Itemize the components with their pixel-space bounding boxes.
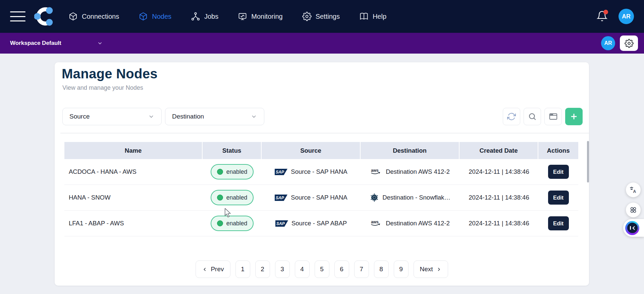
workspace-bar-right: AR	[601, 35, 638, 51]
page-button-5[interactable]: 5	[315, 261, 329, 278]
top-navigation: Connections Nodes Jobs Mo	[0, 0, 644, 33]
edit-button[interactable]: Edit	[548, 165, 569, 179]
page-button-3[interactable]: 3	[275, 261, 290, 278]
table-scrollbar[interactable]	[587, 141, 589, 182]
add-node-button[interactable]	[565, 108, 583, 125]
gear-icon	[302, 12, 312, 21]
page-button-2[interactable]: 2	[255, 261, 270, 278]
column-header-source: Source	[262, 142, 361, 159]
page-title: Manage Nodes	[62, 66, 589, 81]
aws-logo: aws	[370, 219, 382, 227]
status-badge: enabled	[211, 216, 254, 231]
notification-badge	[603, 10, 608, 14]
table-header-row: Name Status Source Destination Created D…	[64, 142, 578, 159]
workspace-avatar[interactable]: AR	[601, 36, 615, 50]
cube-icon	[139, 12, 148, 21]
filter-row: Source Destination	[62, 108, 583, 125]
chevron-down-icon	[97, 40, 103, 46]
refresh-button[interactable]	[503, 108, 520, 125]
hamburger-menu-button[interactable]	[10, 11, 25, 21]
nav-item-monitoring[interactable]: Monitoring	[238, 12, 282, 21]
prev-page-button[interactable]: Prev	[196, 261, 230, 278]
table-row: HANA - SNOW enabled SAP Source - SAP HAN…	[64, 185, 578, 211]
page-button-8[interactable]: 8	[374, 261, 389, 278]
filter-divider	[60, 133, 589, 133]
node-name: HANA - SNOW	[64, 194, 203, 201]
edit-button[interactable]: Edit	[548, 191, 569, 205]
svg-text:aws: aws	[371, 168, 379, 173]
notifications-button[interactable]	[596, 10, 608, 22]
table-row: ACDOCA - HANA - AWS enabled SAP Source -…	[64, 159, 578, 185]
destination-text: Destination AWS 412-2	[386, 220, 450, 227]
workflow-icon	[191, 12, 200, 21]
chevron-down-icon	[251, 113, 257, 120]
sap-logo: SAP	[275, 195, 287, 201]
assistant-bot-icon	[625, 221, 639, 235]
page-button-9[interactable]: 9	[394, 261, 409, 278]
page-button-6[interactable]: 6	[334, 261, 349, 278]
main-nav: Connections Nodes Jobs Mo	[68, 12, 386, 21]
window-icon	[549, 112, 558, 121]
workspace-label: Workspace Default	[10, 40, 61, 47]
status-dot-icon	[217, 195, 223, 201]
plus-icon	[569, 112, 579, 121]
nav-item-connections[interactable]: Connections	[68, 12, 119, 21]
pagination: Prev 1 2 3 4 5 6 7 8 9 Next	[55, 261, 589, 278]
user-avatar[interactable]: AR	[619, 9, 634, 24]
logo-c-icon	[34, 6, 55, 27]
table-row: LFA1 - ABAP - AWS enabled SAP Source - S…	[64, 211, 578, 236]
status-dot-icon	[217, 169, 223, 175]
svg-text:SAP: SAP	[276, 196, 284, 200]
app-logo[interactable]	[34, 6, 55, 27]
page-button-1[interactable]: 1	[235, 261, 250, 278]
refresh-icon	[507, 112, 516, 121]
status-dot-icon	[217, 220, 223, 226]
svg-text:SAP: SAP	[276, 221, 285, 226]
apps-grid-icon	[629, 206, 637, 214]
snowflake-logo	[370, 193, 379, 202]
created-date: 2024-12-11 | 14:38:46	[460, 194, 538, 201]
sap-logo: SAP	[275, 169, 287, 175]
next-page-button[interactable]: Next	[414, 261, 448, 278]
created-date: 2024-12-11 | 14:38:46	[460, 168, 538, 175]
workspace-bar: Workspace Default AR	[0, 33, 644, 54]
destination-filter-dropdown[interactable]: Destination	[165, 108, 264, 125]
nav-item-jobs[interactable]: Jobs	[191, 12, 218, 21]
chevron-down-icon	[148, 113, 155, 120]
source-filter-dropdown[interactable]: Source	[62, 108, 162, 125]
column-header-actions: Actions	[538, 142, 578, 159]
status-text: enabled	[226, 168, 247, 175]
source-filter-label: Source	[69, 113, 90, 120]
status-badge: enabled	[211, 190, 254, 205]
nav-item-help[interactable]: Help	[359, 12, 386, 21]
nav-label: Jobs	[204, 13, 218, 20]
svg-text:aws: aws	[371, 220, 379, 224]
nav-item-settings[interactable]: Settings	[302, 12, 340, 21]
sap-logo: SAP	[275, 220, 288, 227]
workspace-settings-button[interactable]	[620, 35, 638, 51]
created-date: 2024-12-11 | 14:38:46	[460, 220, 538, 227]
status-text: enabled	[226, 220, 247, 227]
status-badge: enabled	[211, 164, 254, 179]
workspace-selector[interactable]: Workspace Default	[10, 40, 103, 47]
table-toolbar	[503, 108, 583, 125]
edit-button[interactable]: Edit	[548, 216, 569, 230]
page-button-7[interactable]: 7	[354, 261, 369, 278]
page: Connections Nodes Jobs Mo	[0, 0, 644, 294]
search-button[interactable]	[524, 108, 541, 125]
translate-button[interactable]: A	[626, 182, 641, 197]
assistant-button[interactable]	[623, 219, 644, 237]
layout-view-button[interactable]	[544, 108, 562, 125]
column-header-created-date: Created Date	[460, 142, 538, 159]
nav-item-nodes[interactable]: Nodes	[139, 12, 171, 21]
book-icon	[359, 12, 369, 21]
page-button-4[interactable]: 4	[295, 261, 310, 278]
nav-label: Monitoring	[251, 13, 282, 20]
nodes-table: Name Status Source Destination Created D…	[64, 142, 578, 236]
search-icon	[528, 112, 537, 121]
column-header-status: Status	[203, 142, 262, 159]
apps-button[interactable]	[626, 203, 641, 217]
source-text: Source - SAP HANA	[291, 194, 347, 201]
svg-text:SAP: SAP	[276, 170, 284, 174]
destination-text: Destination - Snowflak…	[382, 194, 450, 201]
